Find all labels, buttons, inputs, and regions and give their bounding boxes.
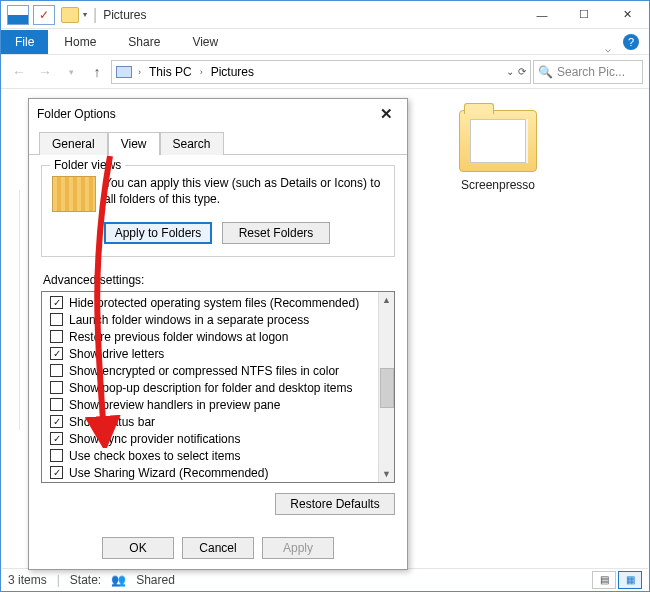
dialog-action-row: OK Cancel Apply	[29, 537, 407, 559]
advanced-option-label: Use Sharing Wizard (Recommended)	[69, 466, 268, 480]
breadcrumb-pictures[interactable]: Pictures	[209, 65, 256, 79]
advanced-option-label: Use check boxes to select items	[69, 449, 240, 463]
scroll-down-icon[interactable]: ▼	[382, 466, 391, 482]
forward-button[interactable]: →	[33, 60, 57, 84]
checkbox[interactable]	[50, 296, 63, 309]
dialog-title: Folder Options	[37, 107, 116, 121]
ribbon-file-tab[interactable]: File	[1, 30, 48, 54]
advanced-option[interactable]: Show status bar	[50, 413, 378, 430]
advanced-option-label: Launch folder windows in a separate proc…	[69, 313, 309, 327]
checkbox[interactable]	[50, 364, 63, 377]
breadcrumb-this-pc[interactable]: This PC	[147, 65, 194, 79]
search-placeholder: Search Pic...	[557, 65, 625, 79]
navigation-pane-edge	[2, 190, 20, 430]
tab-search[interactable]: Search	[160, 132, 224, 155]
reset-folders-button[interactable]: Reset Folders	[222, 222, 330, 244]
qat-checkbox-icon[interactable]: ✓	[33, 5, 55, 25]
up-button[interactable]: ↑	[85, 60, 109, 84]
advanced-option[interactable]: Use check boxes to select items	[50, 447, 378, 464]
ribbon: File Home Share View ⌵ ?	[1, 29, 649, 55]
advanced-option-label: Show status bar	[69, 415, 155, 429]
dialog-close-button[interactable]: ✕	[374, 103, 399, 125]
folder-options-dialog: Folder Options ✕ General View Search Fol…	[28, 98, 408, 570]
checkbox[interactable]	[50, 313, 63, 326]
advanced-option[interactable]: Show sync provider notifications	[50, 430, 378, 447]
ok-button[interactable]: OK	[102, 537, 174, 559]
apply-to-folders-button[interactable]: Apply to Folders	[104, 222, 212, 244]
tab-view[interactable]: View	[108, 132, 160, 155]
chevron-right-icon[interactable]: ›	[198, 67, 205, 77]
advanced-option[interactable]: Restore previous folder windows at logon	[50, 328, 378, 345]
properties-icon[interactable]	[7, 5, 29, 25]
checkbox[interactable]	[50, 415, 63, 428]
address-bar[interactable]: › This PC › Pictures ⌄ ⟳	[111, 60, 531, 84]
cancel-button[interactable]: Cancel	[182, 537, 254, 559]
advanced-option[interactable]: Hide protected operating system files (R…	[50, 294, 378, 311]
status-state-label: State:	[70, 573, 101, 587]
checkbox[interactable]	[50, 381, 63, 394]
dialog-body: Folder views You can apply this view (su…	[29, 155, 407, 525]
advanced-option-label: Show preview handlers in preview pane	[69, 398, 280, 412]
folder-views-icon	[52, 176, 96, 212]
ribbon-tab-view[interactable]: View	[176, 30, 234, 54]
checkbox[interactable]	[50, 466, 63, 479]
minimize-button[interactable]: —	[521, 1, 563, 28]
checkbox[interactable]	[50, 330, 63, 343]
back-button[interactable]: ←	[7, 60, 31, 84]
advanced-option[interactable]: Show pop-up description for folder and d…	[50, 379, 378, 396]
advanced-option-label: Show drive letters	[69, 347, 164, 361]
advanced-option-label: Show pop-up description for folder and d…	[69, 381, 353, 395]
status-bar: 3 items | State: 👥 Shared ▤ ▦	[2, 568, 648, 590]
window-title: Pictures	[103, 8, 146, 22]
advanced-option-label: Show sync provider notifications	[69, 432, 240, 446]
advanced-settings-label: Advanced settings:	[43, 273, 395, 287]
chevron-right-icon[interactable]: ›	[136, 67, 143, 77]
ribbon-tab-share[interactable]: Share	[112, 30, 176, 54]
help-icon[interactable]: ?	[623, 34, 639, 50]
folder-icon	[61, 7, 79, 23]
advanced-settings-list[interactable]: Hide protected operating system files (R…	[41, 291, 395, 483]
scroll-up-icon[interactable]: ▲	[382, 292, 391, 308]
tab-general[interactable]: General	[39, 132, 108, 155]
icons-view-button[interactable]: ▦	[618, 571, 642, 589]
quick-access-toolbar: ✓	[1, 5, 55, 25]
advanced-option[interactable]: Show preview handlers in preview pane	[50, 396, 378, 413]
advanced-option-label: Hide protected operating system files (R…	[69, 296, 359, 310]
advanced-option[interactable]: When typing into list view	[50, 481, 378, 482]
recent-locations-dropdown[interactable]: ▾	[59, 60, 83, 84]
ribbon-tab-home[interactable]: Home	[48, 30, 112, 54]
ribbon-collapse-icon[interactable]: ⌵	[597, 43, 619, 54]
advanced-option[interactable]: Use Sharing Wizard (Recommended)	[50, 464, 378, 481]
checkbox[interactable]	[50, 432, 63, 445]
navbar: ← → ▾ ↑ › This PC › Pictures ⌄ ⟳ 🔍 Searc…	[1, 55, 649, 89]
folder-icon	[459, 110, 537, 172]
scroll-thumb[interactable]	[380, 368, 394, 408]
folder-views-text: You can apply this view (such as Details…	[104, 176, 384, 212]
address-dropdown-icon[interactable]: ⌄	[506, 66, 514, 77]
advanced-option[interactable]: Launch folder windows in a separate proc…	[50, 311, 378, 328]
advanced-option[interactable]: Show drive letters	[50, 345, 378, 362]
advanced-option-label: Show encrypted or compressed NTFS files …	[69, 364, 339, 378]
dialog-titlebar: Folder Options ✕	[29, 99, 407, 129]
folder-views-legend: Folder views	[50, 158, 125, 172]
folder-item-screenpresso[interactable]: Screenpresso	[448, 110, 548, 192]
folder-views-group: Folder views You can apply this view (su…	[41, 165, 395, 257]
scrollbar[interactable]: ▲ ▼	[378, 292, 394, 482]
details-view-button[interactable]: ▤	[592, 571, 616, 589]
apply-button[interactable]: Apply	[262, 537, 334, 559]
qat-dropdown-icon[interactable]: ▾	[83, 10, 87, 19]
advanced-option[interactable]: Show encrypted or compressed NTFS files …	[50, 362, 378, 379]
titlebar: ✓ ▾ | Pictures — ☐ ✕	[1, 1, 649, 29]
restore-defaults-button[interactable]: Restore Defaults	[275, 493, 395, 515]
checkbox[interactable]	[50, 398, 63, 411]
status-item-count: 3 items	[8, 573, 47, 587]
checkbox[interactable]	[50, 449, 63, 462]
refresh-icon[interactable]: ⟳	[518, 66, 526, 77]
search-icon: 🔍	[538, 65, 553, 79]
close-button[interactable]: ✕	[605, 1, 649, 28]
maximize-button[interactable]: ☐	[563, 1, 605, 28]
advanced-option-label: Restore previous folder windows at logon	[69, 330, 288, 344]
checkbox[interactable]	[50, 347, 63, 360]
search-input[interactable]: 🔍 Search Pic...	[533, 60, 643, 84]
this-pc-icon	[116, 66, 132, 78]
